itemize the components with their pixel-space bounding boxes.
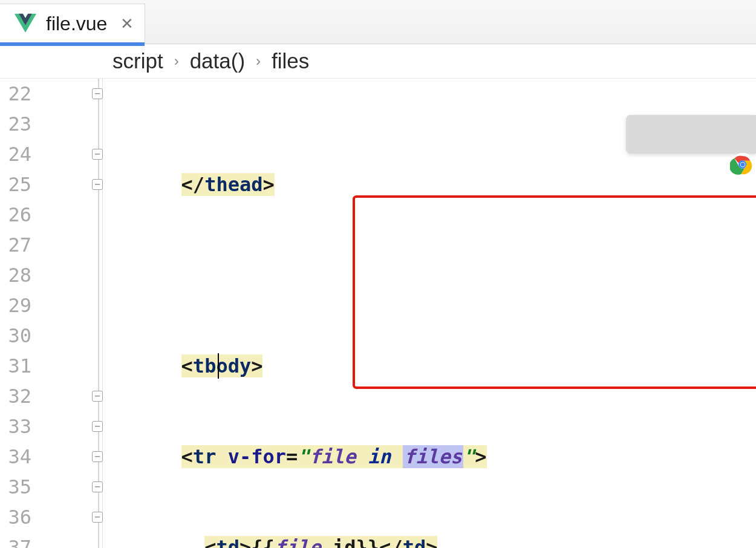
code-line: <td>{{file.id}}</td>: [111, 532, 756, 548]
line-number: 30: [0, 321, 31, 351]
close-icon[interactable]: ✕: [120, 15, 134, 33]
code-line: <tr v-for="file in files">: [111, 442, 756, 472]
code-line: [111, 260, 756, 290]
breadcrumb-item[interactable]: script: [112, 49, 163, 73]
breadcrumb-item[interactable]: files: [272, 49, 309, 73]
line-number: 23: [0, 109, 31, 139]
line-number: 32: [0, 381, 31, 411]
line-number: 34: [0, 442, 31, 472]
code-area[interactable]: </thead> <tbody> <tr v-for="file in file…: [103, 79, 756, 548]
tab-active-indicator: [0, 42, 145, 46]
line-number: 27: [0, 230, 31, 260]
line-number: 25: [0, 169, 31, 200]
fold-handle[interactable]: [92, 179, 103, 190]
chevron-right-icon: ›: [256, 53, 261, 70]
file-tab[interactable]: file.vue ✕: [0, 4, 145, 44]
breadcrumb: script › data() › files: [0, 44, 756, 79]
chrome-icon[interactable]: [637, 122, 662, 147]
vue-icon: [15, 12, 36, 36]
fold-handle[interactable]: [92, 481, 103, 492]
line-number: 22: [0, 79, 31, 109]
line-number: 28: [0, 260, 31, 290]
fold-handle[interactable]: [92, 391, 103, 402]
line-number: 26: [0, 200, 31, 230]
breadcrumb-item[interactable]: data(): [190, 49, 245, 73]
tab-bar: file.vue ✕: [0, 0, 756, 44]
opera-icon[interactable]: [742, 122, 756, 147]
tab-filename: file.vue: [46, 13, 107, 35]
fold-handle[interactable]: [92, 512, 103, 523]
line-number: 29: [0, 290, 31, 321]
line-number: 36: [0, 502, 31, 532]
line-number: 37: [0, 532, 31, 548]
line-number: 33: [0, 411, 31, 442]
code-line: <tbody>: [111, 351, 756, 381]
editor[interactable]: 22232425262728293031323334353637 </thead…: [0, 79, 756, 548]
firefox-icon[interactable]: [672, 122, 697, 147]
fold-handle[interactable]: [92, 451, 103, 462]
safari-icon[interactable]: [707, 122, 732, 147]
line-numbers-gutter: 22232425262728293031323334353637: [0, 79, 37, 548]
fold-handle[interactable]: [92, 88, 103, 99]
line-number: 35: [0, 472, 31, 502]
fold-handle[interactable]: [92, 421, 103, 432]
fold-gutter: [37, 79, 103, 548]
chevron-right-icon: ›: [174, 53, 179, 70]
fold-handle[interactable]: [92, 149, 103, 160]
line-number: 31: [0, 351, 31, 381]
line-number: 24: [0, 139, 31, 169]
browser-preview-toolbar: [626, 115, 756, 154]
